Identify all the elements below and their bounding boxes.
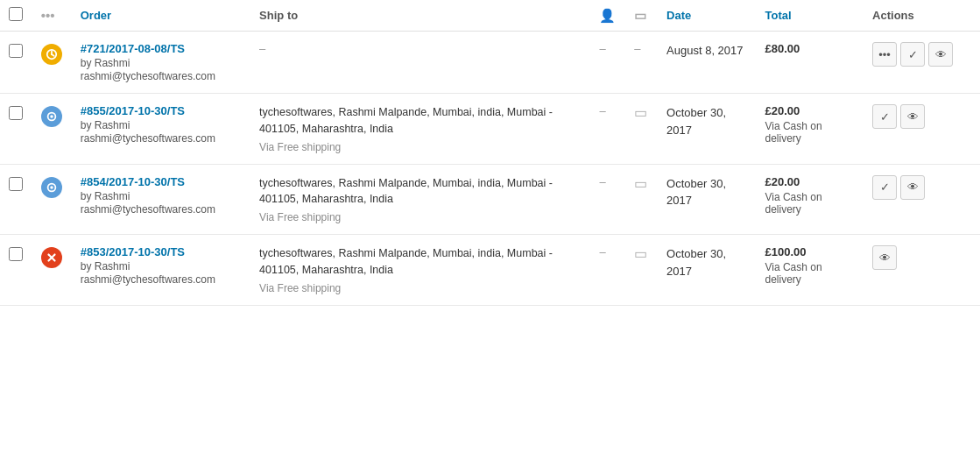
action-buttons: ✓👁 bbox=[872, 175, 971, 200]
table-row: #721/2017-08-08/TS by Rashmi rashmi@tych… bbox=[0, 32, 980, 94]
order-by: by Rashmi bbox=[81, 119, 242, 131]
order-number-link[interactable]: #855/2017-10-30/TS bbox=[81, 104, 185, 117]
complete-action-button[interactable]: ✓ bbox=[872, 175, 897, 200]
status-cancelled-icon bbox=[41, 247, 62, 268]
row-checkbox-cell bbox=[0, 164, 32, 235]
doc-file-icon: ▭ bbox=[634, 246, 647, 261]
row-doc-cell: ▭ bbox=[625, 235, 658, 306]
row-checkbox[interactable] bbox=[9, 247, 23, 261]
view-action-button[interactable]: 👁 bbox=[872, 245, 897, 270]
user-dash: – bbox=[599, 104, 605, 117]
order-email: rashmi@tychesoftwares.com bbox=[81, 132, 242, 145]
status-pending-icon bbox=[41, 44, 62, 65]
shipto-column-header: Ship to bbox=[250, 0, 590, 32]
doc-column-header: ▭ bbox=[625, 0, 658, 32]
doc-dash: – bbox=[634, 42, 640, 55]
row-total-cell: £20.00 Via Cash on delivery bbox=[756, 164, 864, 235]
user-dash: – bbox=[599, 175, 605, 188]
row-status-cell bbox=[32, 32, 72, 94]
row-checkbox[interactable] bbox=[9, 177, 23, 191]
svg-point-6 bbox=[50, 186, 53, 189]
doc-file-icon: ▭ bbox=[634, 105, 647, 120]
complete-action-button[interactable]: ✓ bbox=[900, 42, 925, 67]
status-header: ••• bbox=[32, 0, 72, 32]
actions-column-header: Actions bbox=[864, 0, 980, 32]
orders-table-container: ••• Order Ship to 👤 ▭ Date Tota bbox=[0, 0, 980, 306]
row-date-cell: October 30, 2017 bbox=[658, 164, 756, 235]
complete-action-button[interactable]: ✓ bbox=[872, 104, 897, 129]
order-email: rashmi@tychesoftwares.com bbox=[81, 70, 242, 82]
ship-to-dash: – bbox=[259, 42, 265, 55]
ship-address: tychesoftwares, Rashmi Malpande, Mumbai,… bbox=[259, 104, 582, 138]
svg-line-2 bbox=[52, 54, 54, 56]
row-checkbox[interactable] bbox=[9, 106, 23, 120]
select-all-checkbox[interactable] bbox=[9, 7, 23, 21]
more-actions-button[interactable]: ••• bbox=[872, 42, 897, 67]
row-checkbox[interactable] bbox=[9, 44, 23, 58]
row-shipto-cell: – bbox=[250, 32, 590, 94]
total-method: Via Cash on delivery bbox=[765, 120, 855, 145]
order-by: by Rashmi bbox=[81, 190, 242, 202]
table-row: #854/2017-10-30/TS by Rashmi rashmi@tych… bbox=[0, 164, 980, 235]
row-date-cell: August 8, 2017 bbox=[658, 32, 756, 94]
row-status-cell bbox=[32, 235, 72, 306]
order-date: October 30, 2017 bbox=[666, 175, 747, 209]
total-column-header[interactable]: Total bbox=[756, 0, 864, 32]
total-method: Via Cash on delivery bbox=[765, 191, 855, 216]
row-order-cell: #855/2017-10-30/TS by Rashmi rashmi@tych… bbox=[72, 94, 250, 165]
total-amount: £20.00 bbox=[765, 104, 855, 117]
row-user-cell: – bbox=[590, 32, 625, 94]
order-column-header[interactable]: Order bbox=[72, 0, 250, 32]
row-shipto-cell: tychesoftwares, Rashmi Malpande, Mumbai,… bbox=[250, 235, 590, 306]
doc-file-icon: ▭ bbox=[634, 176, 647, 191]
row-total-cell: £20.00 Via Cash on delivery bbox=[756, 94, 864, 165]
order-date: August 8, 2017 bbox=[666, 42, 747, 60]
order-date: October 30, 2017 bbox=[666, 245, 747, 280]
row-actions-cell: ✓👁 bbox=[864, 94, 980, 165]
row-shipto-cell: tychesoftwares, Rashmi Malpande, Mumbai,… bbox=[250, 94, 590, 165]
row-total-cell: £100.00 Via Cash on delivery bbox=[756, 235, 864, 306]
table-header-row: ••• Order Ship to 👤 ▭ Date Tota bbox=[0, 0, 980, 32]
date-column-header[interactable]: Date bbox=[658, 0, 756, 32]
row-actions-cell: 👁 bbox=[864, 235, 980, 306]
total-method: Via Cash on delivery bbox=[765, 261, 855, 286]
view-action-button[interactable]: 👁 bbox=[900, 175, 925, 200]
row-order-cell: #854/2017-10-30/TS by Rashmi rashmi@tych… bbox=[72, 164, 250, 235]
action-buttons: ✓👁 bbox=[872, 104, 971, 129]
order-number-link[interactable]: #853/2017-10-30/TS bbox=[81, 245, 185, 258]
table-row: #855/2017-10-30/TS by Rashmi rashmi@tych… bbox=[0, 94, 980, 165]
row-date-cell: October 30, 2017 bbox=[658, 94, 756, 165]
ship-address: tychesoftwares, Rashmi Malpande, Mumbai,… bbox=[259, 245, 582, 279]
orders-table: ••• Order Ship to 👤 ▭ Date Tota bbox=[0, 0, 980, 306]
row-order-cell: #853/2017-10-30/TS by Rashmi rashmi@tych… bbox=[72, 235, 250, 306]
row-actions-cell: ✓👁 bbox=[864, 164, 980, 235]
view-action-button[interactable]: 👁 bbox=[900, 104, 925, 129]
row-status-cell bbox=[32, 94, 72, 165]
svg-point-4 bbox=[50, 115, 53, 118]
row-status-cell bbox=[32, 164, 72, 235]
ship-method: Via Free shipping bbox=[259, 141, 582, 153]
row-user-cell: – bbox=[590, 94, 625, 165]
row-shipto-cell: tychesoftwares, Rashmi Malpande, Mumbai,… bbox=[250, 164, 590, 235]
ship-method: Via Free shipping bbox=[259, 211, 582, 223]
order-by: by Rashmi bbox=[81, 260, 242, 273]
row-total-cell: £80.00 bbox=[756, 32, 864, 94]
user-dash: – bbox=[599, 245, 605, 258]
total-amount: £20.00 bbox=[765, 175, 855, 188]
order-number-link[interactable]: #721/2017-08-08/TS bbox=[81, 42, 185, 55]
total-amount: £100.00 bbox=[765, 245, 855, 258]
ship-address: tychesoftwares, Rashmi Malpande, Mumbai,… bbox=[259, 175, 582, 209]
row-checkbox-cell bbox=[0, 32, 32, 94]
user-dash: – bbox=[599, 42, 605, 55]
view-action-button[interactable]: 👁 bbox=[928, 42, 953, 67]
user-icon: 👤 bbox=[599, 8, 616, 23]
order-number-link[interactable]: #854/2017-10-30/TS bbox=[81, 175, 185, 188]
action-buttons: 👁 bbox=[872, 245, 971, 270]
row-date-cell: October 30, 2017 bbox=[658, 235, 756, 306]
row-order-cell: #721/2017-08-08/TS by Rashmi rashmi@tych… bbox=[72, 32, 250, 94]
table-row: #853/2017-10-30/TS by Rashmi rashmi@tych… bbox=[0, 235, 980, 306]
doc-icon: ▭ bbox=[634, 8, 646, 23]
total-amount: £80.00 bbox=[765, 42, 855, 55]
status-processing-icon bbox=[41, 177, 62, 198]
user-column-header: 👤 bbox=[590, 0, 625, 32]
